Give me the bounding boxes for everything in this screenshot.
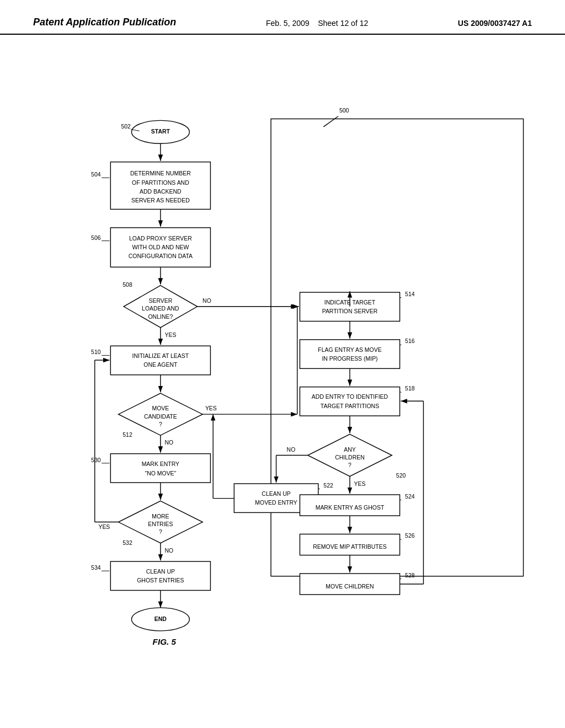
header-patent: US 2009/0037427 A1	[458, 17, 532, 28]
svg-text:524: 524	[405, 494, 415, 500]
svg-text:DETERMINE NUMBER: DETERMINE NUMBER	[130, 170, 191, 176]
svg-text:YES: YES	[354, 481, 366, 487]
svg-text:INITIALIZE AT LEAST: INITIALIZE AT LEAST	[132, 353, 189, 359]
svg-text:516: 516	[405, 338, 415, 344]
svg-text:FLAG ENTRY AS MOVE: FLAG ENTRY AS MOVE	[318, 347, 381, 353]
svg-text:?: ?	[159, 421, 162, 427]
svg-text:508: 508	[122, 282, 132, 288]
svg-text:?: ?	[159, 529, 162, 535]
svg-rect-80	[300, 340, 399, 368]
svg-text:534: 534	[91, 565, 101, 571]
svg-text:SERVER: SERVER	[148, 298, 172, 304]
svg-text:512: 512	[122, 432, 132, 438]
svg-text:NO: NO	[202, 298, 211, 304]
svg-text:510: 510	[91, 350, 101, 356]
svg-text:IN PROGRESS (MIP): IN PROGRESS (MIP)	[322, 356, 377, 362]
svg-text:ONLINE?: ONLINE?	[148, 314, 173, 320]
svg-text:YES: YES	[98, 524, 110, 530]
header-date-sheet: Feb. 5, 2009 Sheet 12 of 12	[266, 17, 368, 28]
svg-text:FIG. 5: FIG. 5	[153, 637, 177, 646]
header-title: Patent Application Publication	[33, 17, 176, 28]
svg-text:ADD BACKEND: ADD BACKEND	[140, 189, 182, 195]
svg-text:NO: NO	[164, 548, 173, 554]
svg-text:CLEAN UP: CLEAN UP	[146, 569, 175, 575]
svg-text:502: 502	[121, 124, 131, 130]
svg-text:CONFIGURATION DATA: CONFIGURATION DATA	[129, 253, 193, 259]
svg-text:"NO MOVE": "NO MOVE"	[145, 470, 176, 477]
svg-text:MORE: MORE	[152, 513, 169, 520]
svg-rect-32	[110, 346, 210, 374]
svg-rect-47	[110, 454, 210, 483]
svg-text:506: 506	[91, 235, 101, 241]
svg-text:MARK ENTRY: MARK ENTRY	[142, 461, 179, 467]
svg-text:OF PARTITIONS AND: OF PARTITIONS AND	[132, 180, 189, 186]
svg-text:?: ?	[348, 462, 351, 468]
svg-text:522: 522	[323, 483, 333, 489]
svg-text:NO: NO	[164, 440, 173, 446]
header-date: Feb. 5, 2009	[266, 19, 310, 28]
header-sheet: Sheet 12 of 12	[318, 19, 368, 28]
svg-rect-64	[110, 561, 210, 590]
svg-text:PARTITION SERVER: PARTITION SERVER	[322, 308, 378, 314]
svg-text:CHILDREN: CHILDREN	[335, 454, 365, 461]
svg-text:SERVER AS NEEDED: SERVER AS NEEDED	[131, 197, 190, 204]
svg-text:514: 514	[405, 291, 415, 297]
svg-text:MOVED ENTRY: MOVED ENTRY	[255, 500, 297, 506]
svg-text:LOAD PROXY SERVER: LOAD PROXY SERVER	[129, 235, 192, 242]
svg-text:ANY: ANY	[344, 447, 356, 453]
svg-text:ADD ENTRY TO IDENTIFIED: ADD ENTRY TO IDENTIFIED	[312, 394, 388, 400]
svg-text:500: 500	[339, 108, 349, 114]
svg-text:LOADED AND: LOADED AND	[142, 306, 179, 312]
svg-text:MOVE CHILDREN: MOVE CHILDREN	[326, 584, 374, 590]
svg-text:CANDIDATE: CANDIDATE	[144, 414, 177, 420]
svg-text:528: 528	[405, 572, 415, 579]
svg-rect-86	[300, 387, 399, 416]
svg-text:532: 532	[122, 540, 132, 546]
page-header: Patent Application Publication Feb. 5, 2…	[0, 0, 565, 35]
svg-text:518: 518	[405, 386, 415, 392]
svg-text:WITH OLD AND NEW: WITH OLD AND NEW	[132, 244, 189, 250]
svg-text:END: END	[154, 616, 167, 622]
svg-text:YES: YES	[164, 332, 176, 338]
svg-text:ENTRIES: ENTRIES	[148, 521, 173, 527]
svg-line-2	[323, 116, 338, 127]
svg-text:530: 530	[91, 457, 101, 463]
svg-text:MOVE: MOVE	[152, 405, 169, 411]
svg-text:526: 526	[405, 533, 415, 539]
svg-text:NO: NO	[287, 447, 296, 453]
svg-text:START: START	[151, 129, 170, 135]
svg-text:TARGET PARTITIONS: TARGET PARTITIONS	[321, 403, 379, 409]
svg-text:REMOVE MIP ATTRIBUTES: REMOVE MIP ATTRIBUTES	[313, 544, 386, 550]
svg-text:504: 504	[91, 172, 101, 178]
diagram-area: 500 START 502 DETERMINE NUMBER OF PARTIT…	[0, 35, 565, 708]
svg-text:MARK ENTRY AS GHOST: MARK ENTRY AS GHOST	[316, 505, 385, 511]
svg-text:GHOST ENTRIES: GHOST ENTRIES	[137, 577, 184, 584]
svg-text:YES: YES	[205, 405, 217, 411]
svg-text:ONE AGENT: ONE AGENT	[143, 362, 178, 368]
svg-text:520: 520	[396, 473, 406, 479]
svg-text:CLEAN UP: CLEAN UP	[262, 491, 290, 497]
